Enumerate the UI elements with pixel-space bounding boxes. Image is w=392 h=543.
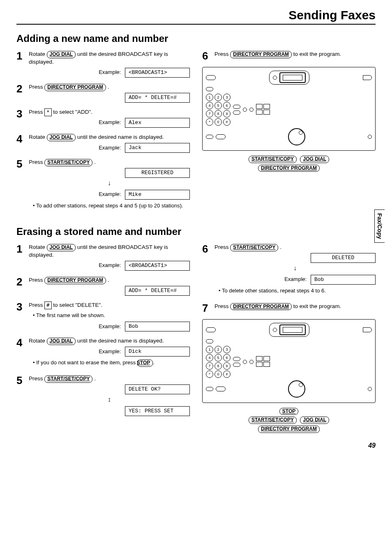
speed-dial-block	[256, 104, 270, 115]
text: Rotate	[29, 244, 47, 250]
device-diagram: 123 456 789 *0#	[202, 67, 376, 151]
jog-dial-icon	[288, 380, 305, 398]
directory-program-button: DIRECTORY PROGRAM	[44, 277, 106, 284]
text: to select "DELETE".	[53, 302, 102, 308]
add-step-6: 6 Press DIRECTORY PROGRAM to exit the pr…	[202, 51, 376, 61]
lcd-display: <BROADCAST1>	[125, 68, 190, 78]
jog-dial-label: JOG DIAL	[300, 416, 329, 424]
text: .	[280, 244, 281, 250]
led-icon	[273, 328, 277, 332]
jog-dial-button: JOG DIAL	[47, 51, 76, 58]
keypad: 123 456 789 *0#	[206, 345, 231, 379]
lcd-display: DELETED	[311, 253, 376, 263]
text: Press	[29, 375, 44, 382]
erase-step-7: 7 Press DIRECTORY PROGRAM to exit the pr…	[202, 303, 376, 313]
section-erasing-title: Erasing a stored name and number	[16, 226, 376, 237]
example-label: Example:	[99, 69, 121, 75]
directory-program-label: DIRECTORY PROGRAM	[258, 426, 320, 433]
button-icon	[233, 105, 240, 109]
bullet-note: • To add other stations, repeat steps 4 …	[33, 202, 190, 209]
lcd-display: Bob	[311, 275, 376, 285]
directory-program-label: DIRECTORY PROGRAM	[258, 165, 320, 172]
text: until the desired name is displayed.	[77, 134, 164, 140]
text: Rotate	[29, 134, 47, 140]
led-icon	[249, 108, 254, 112]
bullet-note: • The first name will be shown.	[33, 312, 190, 319]
start-set-copy-label: START/SET/COPY	[249, 416, 297, 424]
text: Rotate	[29, 51, 47, 57]
led-icon	[243, 108, 247, 112]
button-icon	[206, 339, 213, 343]
page-header: Sending Faxes	[16, 8, 376, 25]
lcd-display: Dick	[125, 347, 190, 357]
text: Press	[214, 303, 230, 309]
lcd-display: ADD= * DELETE=#	[125, 93, 190, 103]
text: Press	[29, 109, 44, 115]
erase-step-3: 3 Press # to select "DELETE". • The firs…	[16, 301, 190, 331]
jog-dial-button: JOG DIAL	[47, 134, 76, 141]
text: Press	[29, 159, 44, 165]
directory-program-button: DIRECTORY PROGRAM	[230, 51, 292, 58]
bullet-note: • If you do not want to erase the item, …	[33, 359, 190, 367]
start-set-copy-label: START/SET/COPY	[249, 156, 297, 163]
jog-dial-button: JOG DIAL	[47, 244, 76, 251]
text: to select "ADD".	[53, 109, 92, 115]
example-label: Example:	[99, 262, 121, 268]
led-icon	[273, 76, 277, 80]
bullet-note: • To delete other stations, repeat steps…	[219, 287, 376, 295]
lcd-display: YES: PRESS SET	[125, 406, 190, 416]
speaker-icon	[363, 327, 372, 332]
lcd-display: Bob	[125, 322, 190, 331]
jog-dial-icon	[288, 128, 305, 145]
lcd-display: REGISTERED	[125, 168, 190, 178]
text: to exit the program.	[293, 51, 341, 57]
down-arrow-icon: ↓	[214, 264, 376, 273]
text: Press	[214, 51, 230, 57]
updown-arrow-icon: ↕	[29, 395, 190, 404]
add-step-1: 1 Rotate JOG DIAL until the desired BROA…	[16, 51, 190, 78]
lcd-display: Jack	[125, 143, 190, 153]
stop-button-icon	[216, 387, 226, 391]
example-label: Example:	[99, 145, 121, 151]
start-set-copy-button: START/SET/COPY	[44, 159, 92, 166]
text: Rotate	[29, 338, 47, 344]
erase-step-4: 4 Rotate JOG DIAL until the desired name…	[16, 337, 190, 369]
jog-dial-button: JOG DIAL	[47, 338, 76, 345]
lcd-screen-icon	[279, 72, 306, 83]
text: to exit the program.	[293, 303, 341, 309]
page-number: 49	[16, 442, 376, 449]
led-icon	[249, 360, 254, 364]
text: .	[108, 277, 109, 283]
button-icon	[233, 357, 240, 361]
button-icon	[206, 327, 216, 332]
led-icon	[368, 387, 372, 391]
down-arrow-icon: ↓	[29, 179, 190, 188]
lcd-display: <BROADCAST1>	[125, 261, 190, 271]
text: Press	[29, 302, 44, 308]
start-set-copy-button: START/SET/COPY	[230, 244, 278, 251]
button-icon	[233, 110, 240, 115]
example-label: Example:	[284, 276, 307, 282]
button-icon	[206, 135, 213, 139]
text: Press	[29, 277, 44, 283]
stop-label: STOP	[279, 408, 298, 415]
text: .	[94, 375, 96, 382]
button-icon	[233, 363, 240, 367]
button-icon	[206, 387, 213, 391]
add-step-4: 4 Rotate JOG DIAL until the desired name…	[16, 133, 190, 153]
section-adding-title: Adding a new name and number	[16, 33, 376, 44]
text: .	[94, 159, 96, 165]
add-step-5: 5 Press START/SET/COPY . REGISTERED ↓ Ex…	[16, 159, 190, 212]
text: Press	[214, 244, 230, 250]
add-step-3: 3 Press * to select "ADD". Example: Alex	[16, 108, 190, 128]
jog-dial-label: JOG DIAL	[300, 156, 329, 163]
star-key: *	[44, 108, 51, 116]
device-diagram: 123 456 789 *0#	[202, 319, 376, 403]
lcd-display: Mike	[125, 190, 190, 200]
example-label: Example:	[99, 191, 121, 197]
device-label-row: START/SET/COPY JOG DIAL DIRECTORY PROGRA…	[202, 155, 376, 173]
directory-program-button: DIRECTORY PROGRAM	[44, 84, 106, 91]
add-step-2: 2 Press DIRECTORY PROGRAM . ADD= * DELET…	[16, 83, 190, 103]
button-icon	[206, 87, 213, 91]
erase-step-5: 5 Press START/SET/COPY . DELETE OK? ↕ YE…	[16, 375, 190, 416]
